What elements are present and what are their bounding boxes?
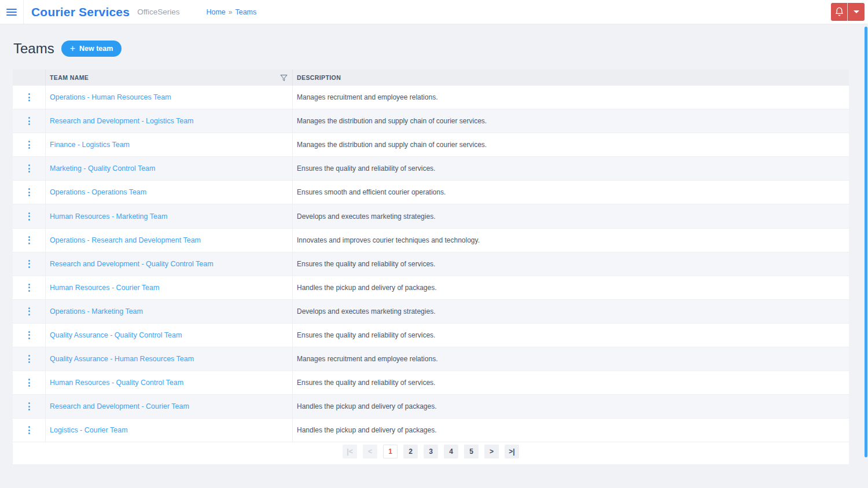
team-name-link[interactable]: Operations - Research and Development Te… <box>50 236 201 244</box>
breadcrumb: Home » Teams <box>206 8 256 16</box>
team-name-link[interactable]: Operations - Operations Team <box>50 188 146 196</box>
actions-column-header <box>13 69 46 86</box>
table-row: Research and Development - Quality Contr… <box>13 252 849 276</box>
table-row: Operations - Marketing Team Develops and… <box>13 300 849 324</box>
topbar-divider <box>23 0 24 24</box>
team-name-link[interactable]: Research and Development - Logistics Tea… <box>50 117 194 125</box>
team-name-link[interactable]: Quality Assurance - Quality Control Team <box>50 331 182 339</box>
pagination-page-button-2[interactable]: 2 <box>403 445 418 458</box>
team-name-link[interactable]: Human Resources - Marketing Team <box>50 212 167 221</box>
filter-button[interactable] <box>280 74 288 82</box>
breadcrumb-current[interactable]: Teams <box>235 8 256 16</box>
team-name-link[interactable]: Research and Development - Quality Contr… <box>50 260 214 268</box>
row-actions-kebab-icon[interactable] <box>25 137 34 152</box>
team-name-link[interactable]: Finance - Logistics Team <box>50 141 130 149</box>
team-name-link[interactable]: Quality Assurance - Human Resources Team <box>50 355 194 363</box>
table-header-row: TEAM NAME DESCRIPTION <box>13 69 849 86</box>
team-description: Develops and executes marketing strategi… <box>297 212 435 221</box>
table-row: Human Resources - Courier Team Handles t… <box>13 276 849 300</box>
row-actions-kebab-icon[interactable] <box>25 90 34 105</box>
table-row: Operations - Human Resources Team Manage… <box>13 86 849 109</box>
row-actions-kebab-icon[interactable] <box>25 304 34 319</box>
app-subtitle: OfficeSeries <box>137 8 179 16</box>
main-content: Teams + New team TEAM NAME DESCRIPTION <box>0 24 868 464</box>
team-description: Ensures the quality and reliability of s… <box>297 164 435 173</box>
table-row: Research and Development - Logistics Tea… <box>13 109 849 133</box>
notification-split-button <box>831 3 865 21</box>
team-name-column-header: TEAM NAME <box>46 69 293 86</box>
description-column-label: DESCRIPTION <box>297 74 341 81</box>
team-description: Ensures the quality and reliability of s… <box>297 331 435 339</box>
row-actions-kebab-icon[interactable] <box>25 256 34 271</box>
table-row: Human Resources - Marketing Team Develop… <box>13 204 849 228</box>
chevron-down-icon <box>854 10 859 13</box>
row-actions-kebab-icon[interactable] <box>25 161 34 176</box>
row-actions-kebab-icon[interactable] <box>25 233 34 248</box>
pagination: |< < 12345 > >| <box>13 442 849 464</box>
team-description: Innovates and improves courier technique… <box>297 236 480 244</box>
description-column-header: DESCRIPTION <box>293 69 849 86</box>
row-actions-kebab-icon[interactable] <box>25 280 34 295</box>
team-name-link[interactable]: Marketing - Quality Control Team <box>50 164 155 173</box>
page-title: Teams <box>13 41 54 57</box>
team-name-link[interactable]: Operations - Human Resources Team <box>50 93 171 101</box>
team-name-link[interactable]: Research and Development - Courier Team <box>50 402 189 410</box>
pagination-page-button-4[interactable]: 4 <box>444 445 458 458</box>
top-bar: Courier Services OfficeSeries Home » Tea… <box>0 0 868 24</box>
team-name-link[interactable]: Logistics - Courier Team <box>50 426 128 434</box>
row-actions-kebab-icon[interactable] <box>25 328 34 343</box>
table-body: Operations - Human Resources Team Manage… <box>13 86 849 442</box>
team-description: Manages recruitment and employee relatio… <box>297 93 437 101</box>
teams-table-card: TEAM NAME DESCRIPTION Operations - Human… <box>13 69 849 464</box>
team-description: Manages the distribution and supply chai… <box>297 141 487 149</box>
pagination-page-button-5[interactable]: 5 <box>464 445 479 458</box>
pagination-page-button-1[interactable]: 1 <box>383 445 398 458</box>
pagination-prev-button[interactable]: < <box>363 445 377 458</box>
app-brand[interactable]: Courier Services <box>31 5 130 19</box>
team-description: Handles the pickup and delivery of packa… <box>297 402 436 410</box>
team-description: Manages the distribution and supply chai… <box>297 117 487 125</box>
row-actions-kebab-icon[interactable] <box>25 351 34 366</box>
row-actions-kebab-icon[interactable] <box>25 423 34 438</box>
table-row: Logistics - Courier Team Handles the pic… <box>13 419 849 442</box>
table-row: Quality Assurance - Human Resources Team… <box>13 347 849 371</box>
team-description: Ensures the quality and reliability of s… <box>297 379 435 387</box>
new-team-button[interactable]: + New team <box>61 41 122 57</box>
table-row: Marketing - Quality Control Team Ensures… <box>13 157 849 181</box>
team-name-link[interactable]: Operations - Marketing Team <box>50 307 143 315</box>
row-actions-kebab-icon[interactable] <box>25 209 34 224</box>
team-name-column-label: TEAM NAME <box>50 74 89 81</box>
page-head: Teams + New team <box>0 24 868 69</box>
table-row: Research and Development - Courier Team … <box>13 395 849 419</box>
new-team-button-label: New team <box>79 45 113 53</box>
notification-bell-button[interactable] <box>831 3 848 21</box>
pagination-page-button-3[interactable]: 3 <box>424 445 438 458</box>
vertical-scrollbar[interactable] <box>865 27 867 457</box>
menu-icon[interactable] <box>0 0 23 24</box>
team-description: Manages recruitment and employee relatio… <box>297 355 437 363</box>
team-description: Handles the pickup and delivery of packa… <box>297 284 436 292</box>
team-description: Ensures smooth and efficient courier ope… <box>297 188 446 196</box>
table-row: Quality Assurance - Quality Control Team… <box>13 324 849 347</box>
team-description: Handles the pickup and delivery of packa… <box>297 426 436 434</box>
team-description: Develops and executes marketing strategi… <box>297 307 435 315</box>
team-name-link[interactable]: Human Resources - Quality Control Team <box>50 379 183 387</box>
row-actions-kebab-icon[interactable] <box>25 399 34 414</box>
filter-funnel-icon <box>280 74 288 82</box>
row-actions-kebab-icon[interactable] <box>25 375 34 390</box>
table-row: Human Resources - Quality Control Team E… <box>13 371 849 395</box>
team-name-link[interactable]: Human Resources - Courier Team <box>50 284 159 292</box>
breadcrumb-separator: » <box>229 8 233 16</box>
pagination-next-button[interactable]: > <box>484 445 499 458</box>
notification-bell-icon <box>834 7 844 17</box>
breadcrumb-home-link[interactable]: Home <box>206 8 225 16</box>
pagination-last-button[interactable]: >| <box>505 445 519 458</box>
notification-dropdown-button[interactable] <box>848 3 865 21</box>
pagination-first-button[interactable]: |< <box>343 445 357 458</box>
row-actions-kebab-icon[interactable] <box>25 185 34 200</box>
table-row: Finance - Logistics Team Manages the dis… <box>13 133 849 157</box>
row-actions-kebab-icon[interactable] <box>25 113 34 129</box>
table-row: Operations - Operations Team Ensures smo… <box>13 181 849 204</box>
team-description: Ensures the quality and reliability of s… <box>297 260 435 268</box>
plus-icon: + <box>70 44 75 53</box>
